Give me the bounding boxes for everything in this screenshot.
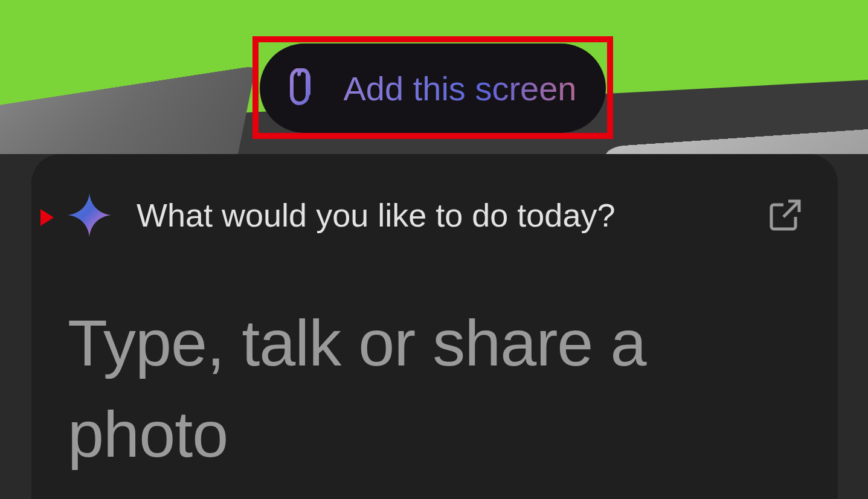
annotation-play-marker [40, 209, 54, 226]
assistant-input-placeholder[interactable]: Type, talk or share a photo [68, 297, 802, 480]
assistant-prompt-text: What would you like to do today? [137, 196, 744, 234]
gemini-spark-icon [68, 193, 111, 237]
open-external-icon[interactable] [769, 199, 802, 231]
annotation-highlight-box [252, 36, 613, 139]
assistant-panel: What would you like to do today? Type, t… [31, 154, 838, 499]
assistant-header: What would you like to do today? [68, 193, 802, 237]
